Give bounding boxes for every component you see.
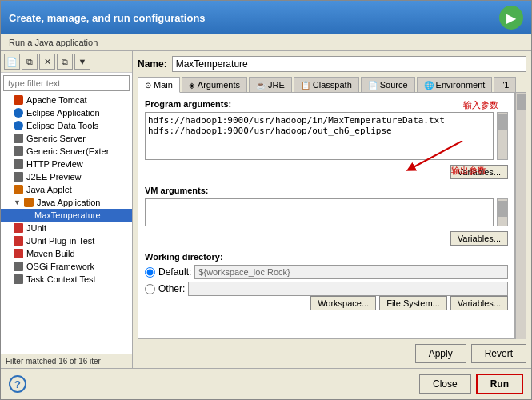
program-args-area: hdfs://hadoop1:9000/usr/hadoop/in/MaxTem… — [145, 112, 508, 160]
tab-source[interactable]: 📄 Source — [361, 77, 415, 92]
filter-status: Filter matched 16 of 16 iter — [1, 354, 132, 368]
program-args-textarea[interactable]: hdfs://hadoop1:9000/usr/hadoop/in/MaxTem… — [145, 112, 494, 160]
new-config-btn[interactable]: 📄 — [4, 54, 20, 70]
max-temp-icon — [22, 210, 31, 220]
tree-item-junit[interactable]: JUnit — [1, 222, 132, 234]
other-workdir-input[interactable] — [188, 282, 508, 296]
tree-item-task-context[interactable]: Task Context Test — [1, 273, 132, 286]
dialog-body: 📄 ⧉ ✕ ⧉ ▼ Apache Tomcat Eclipse Applicat… — [1, 51, 531, 368]
generic-ext-icon — [14, 146, 23, 156]
vm-vars-row: Variables... — [145, 229, 508, 246]
apply-btn[interactable]: Apply — [415, 344, 466, 363]
tree-item-max-temperature[interactable]: MaxTemperature — [1, 209, 132, 222]
workdir-variables-btn[interactable]: Variables... — [450, 296, 508, 310]
bottom-bar: ? Close Run — [1, 368, 531, 399]
default-radio[interactable] — [145, 267, 155, 278]
workdir-btns: Workspace... File System... Variables... — [145, 296, 508, 310]
generic-icon — [14, 134, 23, 143]
main-tab-content: Program arguments: hdfs://hadoop1:9000/u… — [138, 93, 515, 339]
dialog-title: Create, manage, and run configurations — [9, 12, 206, 24]
args-tab-icon: ◈ — [189, 81, 195, 90]
vm-args-section: VM arguments: Variables... — [145, 186, 508, 246]
toolbar: 📄 ⧉ ✕ ⧉ ▼ — [1, 51, 132, 73]
bottom-right: Close Run — [419, 374, 523, 394]
expand-arrow: ▼ — [14, 198, 21, 206]
tab-jre[interactable]: ☕ JRE — [249, 77, 292, 92]
workdir-label: Working directory: — [145, 252, 508, 262]
run-icon[interactable]: ▶ — [499, 6, 523, 30]
tree-item-http-preview[interactable]: HTTP Preview — [1, 158, 132, 170]
tree-item-eclipse-data[interactable]: Eclipse Data Tools — [1, 119, 132, 132]
program-args-label: Program arguments: — [145, 99, 508, 109]
tab-main[interactable]: ⊙ Main — [138, 77, 180, 93]
maven-icon — [14, 249, 23, 258]
main-tab-icon: ⊙ — [145, 81, 151, 90]
osgi-icon — [14, 262, 23, 271]
filter-btn[interactable]: ⧉ — [57, 54, 73, 70]
dialog-subtitle: Run a Java application — [1, 34, 531, 51]
junit-plugin-icon — [14, 236, 23, 246]
tree-item-java-application[interactable]: ▼ Java Application — [1, 196, 132, 209]
filesystem-btn[interactable]: File System... — [379, 296, 447, 310]
scrollbar-thumb — [498, 114, 507, 130]
junit-icon — [14, 223, 23, 233]
classpath-tab-icon: 📋 — [301, 81, 310, 90]
workspace-btn[interactable]: Workspace... — [310, 296, 376, 310]
left-panel: 📄 ⧉ ✕ ⧉ ▼ Apache Tomcat Eclipse Applicat… — [1, 51, 133, 368]
more-btn[interactable]: ▼ — [74, 54, 90, 70]
tree-item-apache-tomcat[interactable]: Apache Tomcat — [1, 94, 132, 106]
vm-args-textarea[interactable] — [145, 198, 494, 226]
default-workdir-input[interactable] — [194, 265, 508, 279]
tab-more[interactable]: "1 — [494, 77, 516, 92]
env-tab-icon: 🌐 — [424, 81, 434, 90]
revert-btn[interactable]: Revert — [471, 344, 526, 363]
tree-item-maven[interactable]: Maven Build — [1, 247, 132, 260]
bottom-left: ? — [9, 375, 26, 393]
run-btn[interactable]: Run — [476, 374, 523, 394]
tree-item-java-applet[interactable]: Java Applet — [1, 183, 132, 196]
help-btn[interactable]: ? — [9, 375, 26, 393]
default-radio-row: Default: — [145, 265, 508, 279]
config-tree: Apache Tomcat Eclipse Application Eclips… — [1, 94, 132, 354]
right-scrollbar[interactable] — [515, 93, 526, 339]
other-radio-label: Other: — [158, 283, 185, 294]
j2ee-icon — [14, 172, 23, 182]
other-radio[interactable] — [145, 284, 155, 294]
tree-item-junit-plugin[interactable]: JUnit Plug-in Test — [1, 234, 132, 247]
copy-btn[interactable]: ⧉ — [22, 54, 38, 70]
tab-classpath[interactable]: 📋 Classpath — [294, 77, 359, 92]
tomcat-icon — [14, 95, 23, 105]
name-input[interactable] — [172, 56, 526, 72]
tabs-row: ⊙ Main ◈ Arguments ☕ JRE 📋 Classpath 📄 — [138, 77, 526, 93]
vm-args-label: VM arguments: — [145, 186, 508, 195]
main-dialog: Create, manage, and run configurations ▶… — [0, 0, 532, 400]
workdir-section: Working directory: Default: Other: — [145, 252, 508, 310]
name-label: Name: — [138, 58, 167, 70]
http-icon — [14, 159, 23, 169]
vm-scrollbar-thumb — [498, 201, 507, 217]
program-args-variables-btn[interactable]: Variables... — [450, 165, 508, 179]
eclipse-icon — [14, 108, 23, 118]
args-scrollbar[interactable] — [497, 112, 508, 160]
default-radio-label: Default: — [158, 266, 191, 278]
tree-item-j2ee[interactable]: J2EE Preview — [1, 170, 132, 183]
eclipse-data-icon — [14, 121, 23, 130]
tree-item-eclipse-app[interactable]: Eclipse Application — [1, 106, 132, 119]
tree-item-generic-server[interactable]: Generic Server — [1, 132, 132, 145]
delete-btn[interactable]: ✕ — [39, 54, 55, 70]
vm-variables-btn[interactable]: Variables... — [450, 231, 508, 246]
source-tab-icon: 📄 — [368, 81, 378, 90]
tab-environment[interactable]: 🌐 Environment — [417, 77, 493, 92]
vm-scrollbar[interactable] — [497, 198, 508, 226]
close-btn[interactable]: Close — [419, 374, 471, 394]
jre-tab-icon: ☕ — [256, 81, 266, 90]
tab-content-area: Program arguments: hdfs://hadoop1:9000/u… — [138, 93, 526, 339]
dialog-header: Create, manage, and run configurations ▶ — [1, 1, 531, 34]
tree-item-generic-server-ext[interactable]: Generic Server(Exter — [1, 145, 132, 158]
workdir-radio-group: Default: Other: — [145, 265, 508, 296]
name-row: Name: — [138, 56, 526, 72]
tab-arguments[interactable]: ◈ Arguments — [182, 77, 247, 92]
filter-input[interactable] — [3, 75, 130, 91]
right-scrollbar-thumb — [517, 94, 526, 110]
tree-item-osgi[interactable]: OSGi Framework — [1, 260, 132, 273]
